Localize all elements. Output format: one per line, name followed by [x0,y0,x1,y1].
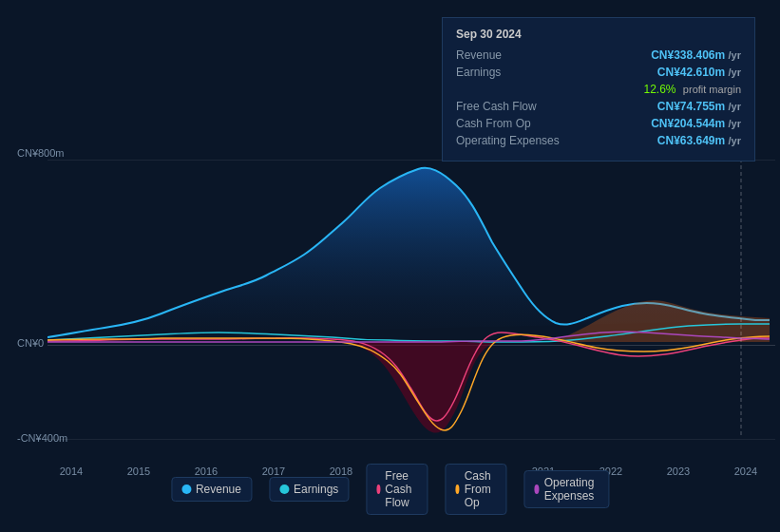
x-label-2014: 2014 [48,466,95,477]
tooltip-profit-margin-value: 12.6% profit margin [643,83,741,96]
tooltip-fcf-value: CN¥74.755m /yr [657,100,741,113]
tooltip-opex-value: CN¥63.649m /yr [657,134,741,147]
legend-revenue-label: Revenue [196,483,241,496]
y-axis-zero-label: CN¥0 [17,337,44,349]
legend-cashfromop-label: Cash From Op [465,469,497,509]
tooltip-earnings-label: Earnings [456,66,561,79]
tooltip-profit-margin-row: 12.6% profit margin [456,83,741,96]
tooltip-card: Sep 30 2024 Revenue CN¥338.406m /yr Earn… [442,17,755,162]
legend-fcf: Free Cash Flow [366,464,428,515]
legend-earnings-dot [279,484,289,494]
legend-earnings: Earnings [269,477,349,502]
tooltip-cashfromop-row: Cash From Op CN¥204.544m /yr [456,117,741,130]
tooltip-revenue-row: Revenue CN¥338.406m /yr [456,48,741,62]
legend-opex-dot [534,484,539,494]
legend-opex: Operating Expenses [523,470,609,508]
tooltip-cashfromop-label: Cash From Op [456,117,561,130]
tooltip-revenue-label: Revenue [456,48,561,62]
legend-fcf-label: Free Cash Flow [385,469,417,509]
legend-revenue-dot [181,484,191,494]
tooltip-fcf-label: Free Cash Flow [456,100,561,113]
tooltip-earnings-value: CN¥42.610m /yr [657,66,741,79]
cash-from-op-neg-area [352,342,499,433]
chart-legend: Revenue Earnings Free Cash Flow Cash Fro… [171,464,609,515]
tooltip-opex-row: Operating Expenses CN¥63.649m /yr [456,134,741,147]
legend-revenue: Revenue [171,477,252,502]
tooltip-fcf-row: Free Cash Flow CN¥74.755m /yr [456,100,741,113]
legend-opex-label: Operating Expenses [544,476,599,503]
tooltip-earnings-row: Earnings CN¥42.610m /yr [456,66,741,79]
tooltip-date: Sep 30 2024 [456,28,741,41]
grid-line-bottom [48,439,775,440]
legend-fcf-dot [376,484,380,494]
x-label-2024: 2024 [722,466,770,477]
legend-cashfromop: Cash From Op [445,464,506,515]
legend-earnings-label: Earnings [294,483,338,496]
tooltip-revenue-value: CN¥338.406m /yr [651,48,741,62]
tooltip-opex-label: Operating Expenses [456,134,561,147]
chart-svg [48,152,770,437]
x-label-2015: 2015 [115,466,162,477]
legend-cashfromop-dot [455,484,459,494]
tooltip-cashfromop-value: CN¥204.544m /yr [651,117,741,130]
x-label-2023: 2023 [655,466,702,477]
